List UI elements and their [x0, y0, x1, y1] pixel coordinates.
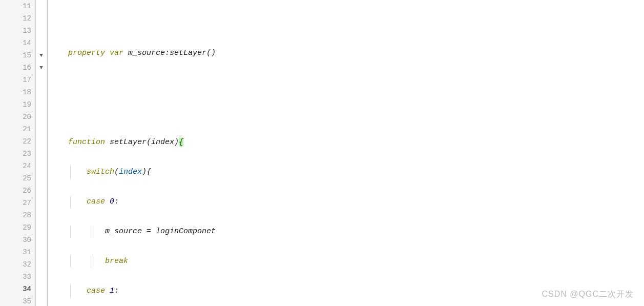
line-number: 23 — [0, 148, 31, 160]
code-line[interactable]: function setLayer(index){ — [68, 136, 644, 149]
line-number: 25 — [0, 172, 31, 185]
code-line[interactable]: switch(index){ — [68, 166, 644, 178]
line-number: 14 — [0, 37, 31, 49]
bracket-match-open: { — [179, 138, 183, 147]
line-number-gutter: 11 12 13 14 15 16 17 18 19 20 21 22 23 2… — [0, 0, 36, 306]
line-number: 35 — [0, 295, 31, 306]
line-number: 11 — [0, 0, 31, 12]
line-number: 12 — [0, 12, 31, 25]
line-number: 33 — [0, 271, 31, 283]
line-number: 18 — [0, 86, 31, 98]
code-content[interactable]: property var m_source:setLayer() functio… — [48, 0, 644, 306]
fold-column[interactable]: ▼ ▼ — [36, 0, 47, 306]
line-number: 19 — [0, 98, 31, 111]
line-number: 22 — [0, 135, 31, 148]
line-number: 21 — [0, 123, 31, 135]
line-number: 26 — [0, 185, 31, 197]
code-editor[interactable]: 11 12 13 14 15 16 17 18 19 20 21 22 23 2… — [0, 0, 644, 306]
line-number: 28 — [0, 209, 31, 221]
line-number: 29 — [0, 221, 31, 234]
code-line[interactable]: property var m_source:setLayer() — [68, 47, 644, 59]
line-number: 32 — [0, 258, 31, 271]
code-line[interactable] — [68, 17, 644, 30]
code-line[interactable]: case 0: — [68, 196, 644, 208]
fold-toggle-icon[interactable]: ▼ — [36, 49, 47, 62]
code-line[interactable] — [68, 77, 644, 89]
line-number: 31 — [0, 246, 31, 258]
code-line[interactable]: break — [68, 255, 644, 268]
line-number: 13 — [0, 25, 31, 37]
line-number: 27 — [0, 197, 31, 209]
code-line[interactable] — [68, 107, 644, 119]
code-line[interactable]: m_source = loginComponet — [68, 226, 644, 238]
watermark-text: CSDN @QGC二次开发 — [542, 289, 634, 300]
line-number: 30 — [0, 234, 31, 246]
line-number-current: 34 — [0, 283, 31, 295]
line-number: 20 — [0, 111, 31, 123]
line-number: 24 — [0, 160, 31, 172]
line-number: 15 — [0, 49, 31, 62]
fold-toggle-icon[interactable]: ▼ — [36, 62, 47, 74]
line-number: 16 — [0, 62, 31, 74]
line-number: 17 — [0, 74, 31, 86]
